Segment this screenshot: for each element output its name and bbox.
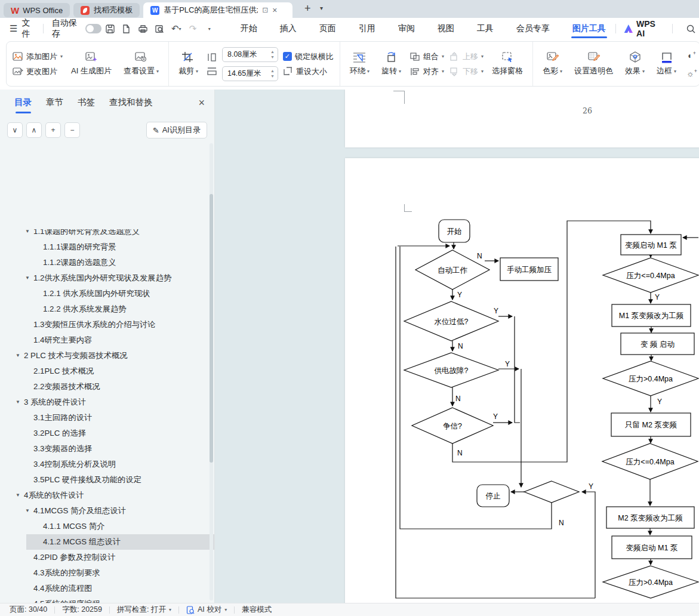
height-input[interactable]: 8.08厘米 ▲▼	[222, 47, 278, 62]
lock-aspect-ratio-checkbox[interactable]: ✓ 锁定纵横比	[283, 51, 334, 62]
selection-pane-button[interactable]: 选择窗格	[488, 50, 526, 78]
toc-item[interactable]: 1.1.1课题的研究背景	[0, 239, 214, 255]
spell-check-status[interactable]: 拼写检查: 打开 ▾	[117, 605, 171, 615]
reset-size-button[interactable]: 重设大小	[283, 66, 334, 77]
demote-button[interactable]: −	[64, 122, 80, 138]
crop-button[interactable]: 裁剪▾	[175, 50, 202, 78]
height-steppers[interactable]: ▲▼	[270, 49, 275, 60]
menu-tab-会员专享[interactable]: 会员专享	[515, 19, 551, 38]
checkbox-checked-icon[interactable]: ✓	[283, 52, 292, 61]
toc-item[interactable]: 1.4研究主要内容	[0, 332, 214, 348]
menu-tab-图片工具[interactable]: 图片工具	[571, 19, 607, 38]
set-transparent-color-button[interactable]: 设置透明色	[571, 50, 617, 78]
page-indicator[interactable]: 页面: 30/40	[10, 605, 47, 615]
border-button[interactable]: 边框▾	[653, 50, 680, 78]
menu-tab-插入[interactable]: 插入	[279, 19, 298, 38]
toc-item[interactable]: 4.3系统的控制要求	[0, 565, 214, 581]
menu-tab-工具[interactable]: 工具	[476, 19, 495, 38]
align-button[interactable]: 对齐▾	[409, 66, 444, 77]
color-button[interactable]: 色彩▾	[539, 50, 566, 78]
toc-item[interactable]: 2.2变频器技术概况	[0, 379, 214, 395]
toc-item[interactable]: 3.5PLC 硬件接线及功能的设定	[0, 472, 214, 488]
wrap-text-button[interactable]: 环绕▾	[346, 50, 373, 78]
toc-item[interactable]: ▼1.2供水系统国内外研究现状及发展趋势	[0, 270, 214, 286]
toc-item[interactable]: ▼2 PLC 技术与变频器技术概况	[0, 348, 214, 364]
effects-button[interactable]: 效果▾	[621, 50, 648, 78]
undo-icon[interactable]: ↶▾	[170, 22, 183, 35]
search-icon[interactable]	[684, 22, 697, 35]
menu-tab-开始[interactable]: 开始	[239, 19, 258, 38]
send-backward-button[interactable]: 下移▾	[449, 66, 484, 77]
expand-arrow-icon[interactable]: ▼	[25, 270, 30, 286]
toc-item[interactable]: 3.4控制系统分析及说明	[0, 457, 214, 472]
wps-ai-button[interactable]: WPS AI	[624, 19, 663, 38]
toc-scrollbar-thumb[interactable]	[210, 194, 213, 463]
pane-tab-目录[interactable]: 目录	[14, 97, 32, 113]
tab-wps-home[interactable]: W WPS Office	[4, 3, 70, 17]
ai-recognize-toc-button[interactable]: ✎ AI识别目录	[146, 122, 207, 138]
autosave-toggle[interactable]: 自动保存	[52, 18, 102, 39]
expand-arrow-icon[interactable]: ▼	[25, 503, 30, 519]
promote-button[interactable]: +	[45, 122, 61, 138]
height-picker-icon[interactable]	[207, 53, 217, 62]
flowchart-image[interactable]: 开始自动工作手动工频加压水位过低?供电故障?争信?停止变频启动 M1 泵压力<=…	[345, 158, 699, 603]
document-page-previous[interactable]: 26	[345, 90, 699, 147]
menu-tab-审阅[interactable]: 审阅	[397, 19, 416, 38]
toc-item[interactable]: ▼3 系统的硬件设计	[0, 395, 214, 410]
file-menu[interactable]: 文件	[21, 18, 36, 39]
width-input[interactable]: 14.65厘米 ▲▼	[222, 66, 278, 81]
tab-list-caret-icon[interactable]: ▾	[320, 5, 323, 11]
toc-item[interactable]: 1.2.2 供水系统发展趋势	[0, 301, 214, 317]
redo-icon[interactable]: ↷	[186, 22, 199, 35]
toc-item[interactable]: 3.3变频器的选择	[0, 441, 214, 457]
view-settings-button[interactable]: 查看设置▾	[120, 50, 162, 78]
pane-tab-书签[interactable]: 书签	[78, 97, 95, 113]
toc-item[interactable]: 1.1.2课题的选题意义	[0, 255, 214, 270]
toc-item[interactable]: 1.2.1 供水系统国内外研究现状	[0, 286, 214, 301]
toc-item[interactable]: 1.3变频恒压供水系统的介绍与讨论	[0, 317, 214, 332]
quickbar-caret-icon[interactable]: ▾	[203, 22, 216, 35]
menu-tab-视图[interactable]: 视图	[436, 19, 455, 38]
pane-tab-章节[interactable]: 章节	[46, 97, 63, 113]
toc-item[interactable]: 4.1.2 MCGS 组态设计	[0, 534, 214, 550]
toc-item[interactable]: 4.2PID 参数及控制设计	[0, 550, 214, 565]
word-count[interactable]: 字数: 20259	[62, 605, 102, 615]
toc-item[interactable]: ▼1.1课题的研究背景及选题意义	[0, 229, 214, 239]
toc-item[interactable]: 4.5系统的程序编程	[0, 596, 214, 603]
print-preview-icon[interactable]	[153, 22, 167, 35]
toc-scrollbar[interactable]	[210, 143, 213, 600]
expand-arrow-icon[interactable]: ▼	[16, 348, 20, 364]
toc-item[interactable]: 4.4系统的流程图	[0, 581, 214, 596]
expand-arrow-icon[interactable]: ▼	[16, 395, 20, 410]
output-icon[interactable]	[120, 22, 133, 35]
tab-active-document[interactable]: W 基于PLC的高层住宅恒压供水系 ⊡ ×	[143, 2, 292, 18]
change-image-button[interactable]: 更改图片	[13, 66, 63, 77]
group-button[interactable]: 组合▾	[409, 51, 444, 62]
close-tab-icon[interactable]: ×	[272, 5, 277, 15]
document-canvas[interactable]: 26 开始自动工作手动工频加压水位过低?供电故障?争信?停止变频启动 M1 泵压…	[215, 90, 699, 603]
toc-item[interactable]: 4.1.1 MCGS 简介	[0, 519, 214, 534]
new-tab-button[interactable]: +	[304, 2, 311, 15]
tab-docer-templates[interactable]: 找稻壳模板	[73, 3, 140, 17]
contrast-increase-icon[interactable]: ◐+	[688, 50, 696, 60]
document-page-current[interactable]: 开始自动工作手动工频加压水位过低?供电故障?争信?停止变频启动 M1 泵压力<=…	[345, 158, 699, 603]
toc-item[interactable]: 3.1主回路的设计	[0, 410, 214, 426]
bring-forward-button[interactable]: 上移▾	[449, 51, 484, 62]
save-icon[interactable]	[103, 22, 116, 35]
toc-item[interactable]: ▼4.1MCGS 简介及组态设计	[0, 503, 214, 519]
add-image-button[interactable]: 添加图片▾	[13, 51, 63, 62]
width-picker-icon[interactable]	[207, 66, 217, 76]
window-mode-icon[interactable]: ⊡	[262, 6, 268, 14]
menu-tab-引用[interactable]: 引用	[358, 19, 377, 38]
hamburger-menu-icon[interactable]: ☰	[10, 23, 17, 34]
print-icon[interactable]	[137, 22, 150, 35]
expand-arrow-icon[interactable]: ▼	[25, 229, 30, 239]
expand-arrow-icon[interactable]: ▼	[16, 488, 20, 503]
toc-item[interactable]: ▼4系统的软件设计	[0, 488, 214, 503]
ai-proofread-button[interactable]: AI 校对 ▾	[186, 605, 227, 615]
brightness-increase-icon[interactable]: ☼+	[686, 68, 697, 78]
width-steppers[interactable]: ▲▼	[270, 68, 275, 79]
rotate-button[interactable]: 旋转▾	[378, 50, 405, 78]
collapse-all-button[interactable]: ∨	[7, 122, 23, 138]
toc-item[interactable]: 2.1PLC 技术概况	[0, 364, 214, 379]
